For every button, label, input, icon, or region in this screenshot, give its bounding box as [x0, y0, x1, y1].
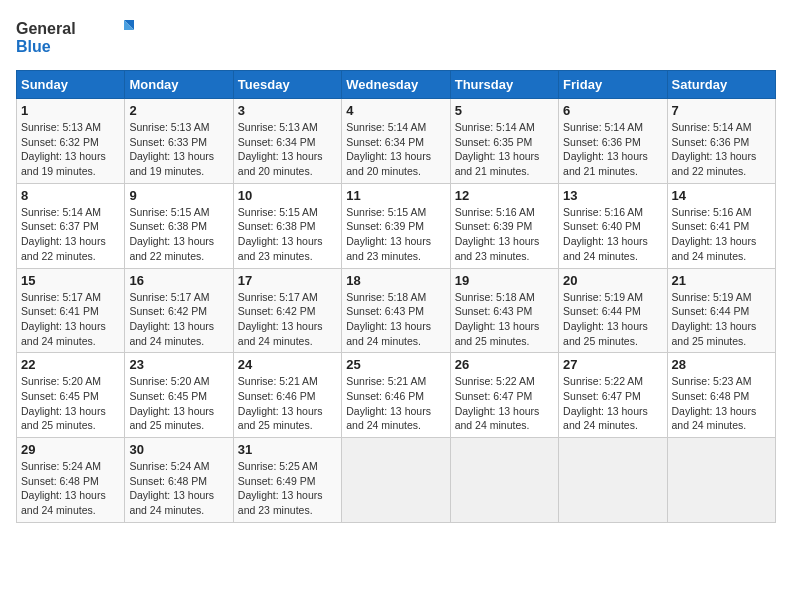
calendar-week-5: 29Sunrise: 5:24 AMSunset: 6:48 PMDayligh… — [17, 438, 776, 523]
calendar-cell: 17Sunrise: 5:17 AMSunset: 6:42 PMDayligh… — [233, 268, 341, 353]
day-info: Sunrise: 5:19 AMSunset: 6:44 PMDaylight:… — [563, 290, 662, 349]
day-number: 26 — [455, 357, 554, 372]
day-number: 5 — [455, 103, 554, 118]
day-info: Sunrise: 5:14 AMSunset: 6:36 PMDaylight:… — [563, 120, 662, 179]
calendar-table: SundayMondayTuesdayWednesdayThursdayFrid… — [16, 70, 776, 523]
calendar-cell: 21Sunrise: 5:19 AMSunset: 6:44 PMDayligh… — [667, 268, 775, 353]
day-info: Sunrise: 5:20 AMSunset: 6:45 PMDaylight:… — [21, 374, 120, 433]
day-info: Sunrise: 5:22 AMSunset: 6:47 PMDaylight:… — [563, 374, 662, 433]
day-info: Sunrise: 5:17 AMSunset: 6:42 PMDaylight:… — [238, 290, 337, 349]
day-info: Sunrise: 5:18 AMSunset: 6:43 PMDaylight:… — [346, 290, 445, 349]
header-sunday: Sunday — [17, 71, 125, 99]
day-number: 30 — [129, 442, 228, 457]
calendar-week-4: 22Sunrise: 5:20 AMSunset: 6:45 PMDayligh… — [17, 353, 776, 438]
day-number: 7 — [672, 103, 771, 118]
header-tuesday: Tuesday — [233, 71, 341, 99]
header-friday: Friday — [559, 71, 667, 99]
day-info: Sunrise: 5:13 AMSunset: 6:32 PMDaylight:… — [21, 120, 120, 179]
day-number: 21 — [672, 273, 771, 288]
calendar-week-3: 15Sunrise: 5:17 AMSunset: 6:41 PMDayligh… — [17, 268, 776, 353]
header-saturday: Saturday — [667, 71, 775, 99]
calendar-cell: 2Sunrise: 5:13 AMSunset: 6:33 PMDaylight… — [125, 99, 233, 184]
calendar-cell: 24Sunrise: 5:21 AMSunset: 6:46 PMDayligh… — [233, 353, 341, 438]
day-number: 19 — [455, 273, 554, 288]
calendar-cell — [342, 438, 450, 523]
day-info: Sunrise: 5:25 AMSunset: 6:49 PMDaylight:… — [238, 459, 337, 518]
svg-text:Blue: Blue — [16, 38, 51, 55]
day-number: 11 — [346, 188, 445, 203]
calendar-cell: 7Sunrise: 5:14 AMSunset: 6:36 PMDaylight… — [667, 99, 775, 184]
day-info: Sunrise: 5:14 AMSunset: 6:36 PMDaylight:… — [672, 120, 771, 179]
calendar-cell: 13Sunrise: 5:16 AMSunset: 6:40 PMDayligh… — [559, 183, 667, 268]
calendar-cell: 19Sunrise: 5:18 AMSunset: 6:43 PMDayligh… — [450, 268, 558, 353]
day-info: Sunrise: 5:14 AMSunset: 6:37 PMDaylight:… — [21, 205, 120, 264]
day-info: Sunrise: 5:20 AMSunset: 6:45 PMDaylight:… — [129, 374, 228, 433]
calendar-cell: 27Sunrise: 5:22 AMSunset: 6:47 PMDayligh… — [559, 353, 667, 438]
calendar-cell — [667, 438, 775, 523]
calendar-header-row: SundayMondayTuesdayWednesdayThursdayFrid… — [17, 71, 776, 99]
calendar-cell: 12Sunrise: 5:16 AMSunset: 6:39 PMDayligh… — [450, 183, 558, 268]
calendar-cell: 25Sunrise: 5:21 AMSunset: 6:46 PMDayligh… — [342, 353, 450, 438]
calendar-cell: 14Sunrise: 5:16 AMSunset: 6:41 PMDayligh… — [667, 183, 775, 268]
calendar-cell: 11Sunrise: 5:15 AMSunset: 6:39 PMDayligh… — [342, 183, 450, 268]
day-number: 20 — [563, 273, 662, 288]
day-number: 2 — [129, 103, 228, 118]
calendar-week-1: 1Sunrise: 5:13 AMSunset: 6:32 PMDaylight… — [17, 99, 776, 184]
day-number: 25 — [346, 357, 445, 372]
day-number: 22 — [21, 357, 120, 372]
calendar-cell: 6Sunrise: 5:14 AMSunset: 6:36 PMDaylight… — [559, 99, 667, 184]
day-info: Sunrise: 5:16 AMSunset: 6:40 PMDaylight:… — [563, 205, 662, 264]
header-monday: Monday — [125, 71, 233, 99]
calendar-cell: 20Sunrise: 5:19 AMSunset: 6:44 PMDayligh… — [559, 268, 667, 353]
day-number: 17 — [238, 273, 337, 288]
calendar-cell: 5Sunrise: 5:14 AMSunset: 6:35 PMDaylight… — [450, 99, 558, 184]
day-info: Sunrise: 5:14 AMSunset: 6:35 PMDaylight:… — [455, 120, 554, 179]
day-info: Sunrise: 5:15 AMSunset: 6:38 PMDaylight:… — [129, 205, 228, 264]
day-info: Sunrise: 5:17 AMSunset: 6:41 PMDaylight:… — [21, 290, 120, 349]
calendar-cell: 8Sunrise: 5:14 AMSunset: 6:37 PMDaylight… — [17, 183, 125, 268]
day-number: 8 — [21, 188, 120, 203]
calendar-cell: 10Sunrise: 5:15 AMSunset: 6:38 PMDayligh… — [233, 183, 341, 268]
header-wednesday: Wednesday — [342, 71, 450, 99]
day-number: 28 — [672, 357, 771, 372]
day-info: Sunrise: 5:23 AMSunset: 6:48 PMDaylight:… — [672, 374, 771, 433]
day-info: Sunrise: 5:16 AMSunset: 6:39 PMDaylight:… — [455, 205, 554, 264]
day-info: Sunrise: 5:24 AMSunset: 6:48 PMDaylight:… — [129, 459, 228, 518]
logo-row: General Blue — [16, 16, 136, 60]
day-number: 23 — [129, 357, 228, 372]
day-info: Sunrise: 5:13 AMSunset: 6:34 PMDaylight:… — [238, 120, 337, 179]
calendar-cell: 4Sunrise: 5:14 AMSunset: 6:34 PMDaylight… — [342, 99, 450, 184]
logo-svg: General Blue — [16, 16, 136, 60]
calendar-cell: 22Sunrise: 5:20 AMSunset: 6:45 PMDayligh… — [17, 353, 125, 438]
day-number: 6 — [563, 103, 662, 118]
day-number: 14 — [672, 188, 771, 203]
calendar-cell: 3Sunrise: 5:13 AMSunset: 6:34 PMDaylight… — [233, 99, 341, 184]
calendar-cell — [559, 438, 667, 523]
logo: General Blue — [16, 16, 136, 60]
day-number: 13 — [563, 188, 662, 203]
day-number: 18 — [346, 273, 445, 288]
calendar-cell: 31Sunrise: 5:25 AMSunset: 6:49 PMDayligh… — [233, 438, 341, 523]
day-number: 9 — [129, 188, 228, 203]
day-number: 12 — [455, 188, 554, 203]
day-info: Sunrise: 5:16 AMSunset: 6:41 PMDaylight:… — [672, 205, 771, 264]
calendar-cell: 29Sunrise: 5:24 AMSunset: 6:48 PMDayligh… — [17, 438, 125, 523]
page-header: General Blue — [16, 16, 776, 60]
day-number: 10 — [238, 188, 337, 203]
calendar-body: 1Sunrise: 5:13 AMSunset: 6:32 PMDaylight… — [17, 99, 776, 523]
header-thursday: Thursday — [450, 71, 558, 99]
calendar-cell: 23Sunrise: 5:20 AMSunset: 6:45 PMDayligh… — [125, 353, 233, 438]
day-number: 3 — [238, 103, 337, 118]
day-info: Sunrise: 5:24 AMSunset: 6:48 PMDaylight:… — [21, 459, 120, 518]
day-info: Sunrise: 5:17 AMSunset: 6:42 PMDaylight:… — [129, 290, 228, 349]
svg-text:General: General — [16, 20, 76, 37]
day-info: Sunrise: 5:22 AMSunset: 6:47 PMDaylight:… — [455, 374, 554, 433]
day-number: 31 — [238, 442, 337, 457]
day-number: 29 — [21, 442, 120, 457]
calendar-week-2: 8Sunrise: 5:14 AMSunset: 6:37 PMDaylight… — [17, 183, 776, 268]
calendar-cell: 26Sunrise: 5:22 AMSunset: 6:47 PMDayligh… — [450, 353, 558, 438]
calendar-cell: 16Sunrise: 5:17 AMSunset: 6:42 PMDayligh… — [125, 268, 233, 353]
day-info: Sunrise: 5:21 AMSunset: 6:46 PMDaylight:… — [346, 374, 445, 433]
day-number: 27 — [563, 357, 662, 372]
day-info: Sunrise: 5:15 AMSunset: 6:38 PMDaylight:… — [238, 205, 337, 264]
